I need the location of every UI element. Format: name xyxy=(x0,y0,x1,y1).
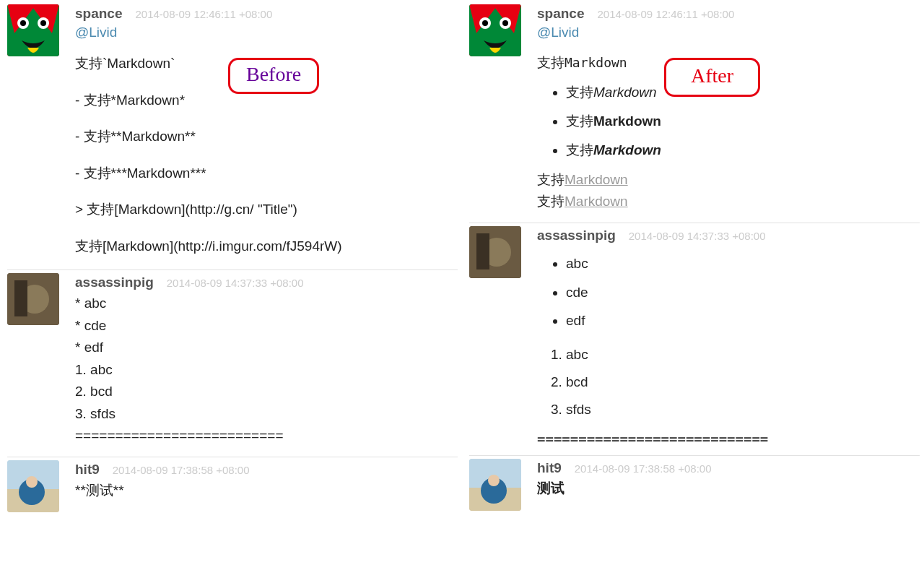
rendered-line: 测试 xyxy=(537,479,920,498)
username-link[interactable]: hit9 xyxy=(75,462,100,478)
svg-point-16 xyxy=(502,20,508,26)
post-content: hit9 2014-08-09 17:38:58 +08:00 测试 xyxy=(537,459,920,511)
avatar xyxy=(469,459,521,511)
after-badge: After xyxy=(664,58,760,97)
list-item: bcd xyxy=(566,368,920,396)
rendered-list: abc cde edf xyxy=(537,249,920,336)
link[interactable]: Markdown xyxy=(565,194,628,209)
post: spance 2014-08-09 12:46:11 +08:00 @Livid… xyxy=(469,1,920,223)
username-link[interactable]: spance xyxy=(75,6,122,22)
post: assassinpig 2014-08-09 14:37:33 +08:00 *… xyxy=(7,270,458,457)
post-content: spance 2014-08-09 12:46:11 +08:00 @Livid… xyxy=(75,4,458,261)
list-item: edf xyxy=(566,306,920,335)
raw-markdown: **测试** xyxy=(75,480,458,501)
post: spance 2014-08-09 12:46:11 +08:00 @Livid… xyxy=(7,1,458,270)
username-link[interactable]: assassinpig xyxy=(537,228,616,243)
svg-point-4 xyxy=(40,20,46,26)
raw-markdown: * abc * cde * edf 1. abc 2. bcd 3. sfds … xyxy=(75,293,458,446)
svg-point-11 xyxy=(26,476,38,488)
list-item: abc xyxy=(566,249,920,278)
post: hit9 2014-08-09 17:38:58 +08:00 **测试** xyxy=(7,457,458,521)
rendered-line: 支持Markdown xyxy=(537,192,920,211)
mention-link[interactable]: @Livid xyxy=(75,25,117,40)
link[interactable]: Markdown xyxy=(565,172,628,187)
list-item: abc xyxy=(566,341,920,368)
list-item: 支持Markdown xyxy=(566,136,920,165)
post-content: assassinpig 2014-08-09 14:37:33 +08:00 a… xyxy=(537,226,920,447)
svg-rect-7 xyxy=(14,280,27,316)
post-content: hit9 2014-08-09 17:38:58 +08:00 **测试** xyxy=(75,460,458,512)
avatar xyxy=(7,460,59,512)
avatar xyxy=(7,273,59,325)
post: assassinpig 2014-08-09 14:37:33 +08:00 a… xyxy=(469,223,920,457)
svg-rect-19 xyxy=(476,233,489,269)
username-link[interactable]: spance xyxy=(537,6,584,22)
username-link[interactable]: hit9 xyxy=(537,460,562,476)
post-content: assassinpig 2014-08-09 14:37:33 +08:00 *… xyxy=(75,273,458,448)
post-content: spance 2014-08-09 12:46:11 +08:00 @Livid… xyxy=(537,4,920,214)
list-item: 支持Markdown xyxy=(566,107,920,136)
rendered-hr-text: ============================ xyxy=(537,431,920,447)
rendered-ordered-list: abc bcd sfds xyxy=(537,341,920,423)
svg-point-15 xyxy=(482,20,488,26)
timestamp: 2014-08-09 17:38:58 +08:00 xyxy=(113,464,250,476)
mention-link[interactable]: @Livid xyxy=(537,25,579,40)
timestamp: 2014-08-09 12:46:11 +08:00 xyxy=(597,8,734,20)
timestamp: 2014-08-09 12:46:11 +08:00 xyxy=(135,8,272,20)
post: hit9 2014-08-09 17:38:58 +08:00 测试 xyxy=(469,456,920,519)
rendered-blockquote: 支持Markdown xyxy=(537,171,920,189)
username-link[interactable]: assassinpig xyxy=(75,275,154,290)
svg-point-3 xyxy=(20,20,26,26)
timestamp: 2014-08-09 17:38:58 +08:00 xyxy=(575,462,712,475)
svg-point-23 xyxy=(488,475,500,486)
list-item: cde xyxy=(566,278,920,307)
avatar xyxy=(469,226,521,278)
avatar xyxy=(469,4,521,56)
timestamp: 2014-08-09 14:37:33 +08:00 xyxy=(167,277,304,289)
list-item: sfds xyxy=(566,396,920,423)
timestamp: 2014-08-09 14:37:33 +08:00 xyxy=(629,230,766,242)
avatar xyxy=(7,4,59,56)
before-badge: Before xyxy=(228,58,319,94)
